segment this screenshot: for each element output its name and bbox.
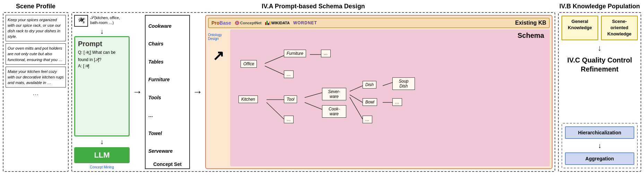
iv-b-title: IV.B Knowledge Population xyxy=(558,3,641,10)
ws-box: 𝒲s xyxy=(74,15,88,27)
concept-item-dots: … xyxy=(148,112,186,118)
svg-line-4 xyxy=(265,66,284,75)
schema-panel: ProBase ConceptNet W xyxy=(205,15,552,169)
svg-line-8 xyxy=(305,102,322,109)
schema-title: Schema xyxy=(517,32,544,40)
svg-line-3 xyxy=(265,56,284,64)
schema-node-furniture-dots: … xyxy=(321,50,331,57)
scene-text-1: Keep your spices organized with our spic… xyxy=(6,15,66,41)
prompt-text: Q: [𝒲s] What can be found in [𝒮]? A: [𝒲] xyxy=(78,49,126,69)
big-arrow-schema: ↗ xyxy=(212,48,224,64)
scene-desc: 𝒮 (kitchen, office, bath-room …) xyxy=(90,15,130,25)
kb-logos: ProBase ConceptNet W xyxy=(211,20,512,26)
arrow-to-llm: ↓ xyxy=(74,138,130,146)
prompt-title: Prompt xyxy=(78,40,126,48)
qc-boxes: Hierarchicalization ↓ Aggregation xyxy=(562,123,638,168)
svg-line-6 xyxy=(267,102,284,119)
concept-item-tools: Tools xyxy=(148,94,186,101)
schema-node-dish: Dish xyxy=(363,81,376,89)
conceptnet-icon xyxy=(235,20,240,25)
probase-logo: ProBase xyxy=(211,20,231,26)
concept-mining-label: Concept Mining xyxy=(74,165,130,169)
schema-node-kitchen-dots: … xyxy=(284,116,294,123)
svg-line-11 xyxy=(350,97,363,119)
schema-node-tool: Tool xyxy=(284,95,297,103)
concept-item-chairs: Chairs xyxy=(148,41,186,47)
schema-lines-svg xyxy=(230,30,550,166)
prompt-to-concept-arrow: → xyxy=(132,15,143,169)
concept-item-tables: Tables xyxy=(148,59,186,65)
scene-dots: … xyxy=(6,90,66,97)
qc-arrow: ↓ xyxy=(565,142,634,150)
scene-text-3: Make your kitchen feel cozy with our dec… xyxy=(6,67,66,87)
schema-node-sever-ware: Sever-ware xyxy=(322,88,346,100)
concept-to-schema-arrow: → xyxy=(192,15,203,169)
aggregation-box: Aggregation xyxy=(565,152,634,165)
iv-b-section: IV.B Knowledge Population General Knowle… xyxy=(558,3,641,181)
existing-kb-title: Existing KB xyxy=(515,20,546,26)
concept-item-serveware: Serveware xyxy=(148,148,186,154)
scene-profile-section: Scene Profile Keep your spices organized… xyxy=(3,3,69,181)
schema-main-area: Ontology Design ↗ Schema xyxy=(208,30,550,166)
hierarchicalization-box: Hierarchicalization xyxy=(565,126,634,139)
ontology-label: Ontology Design xyxy=(208,33,229,41)
schema-node-furniture: Furniture xyxy=(284,50,306,57)
schema-node-kitchen: Kitchen xyxy=(238,95,258,103)
schema-node-bowl: Bowl xyxy=(363,98,377,106)
svg-line-7 xyxy=(305,93,322,98)
general-knowledge-box: General Knowledge xyxy=(562,16,598,40)
qc-title: IV.C Quality Control Refinement xyxy=(562,56,638,74)
wordnet-label: WORDNET xyxy=(293,20,317,25)
schema-node-office-dots: … xyxy=(284,70,294,78)
schema-node-sever-dots: … xyxy=(363,116,372,123)
concept-item-furniture: Furniture xyxy=(148,76,186,83)
wikidata-label: WIKIDATA xyxy=(265,21,290,25)
arrow-to-qc: ↓ xyxy=(562,43,638,53)
ws-label: 𝒲s xyxy=(78,17,85,23)
scene-profile-box: Keep your spices organized with our spic… xyxy=(3,12,69,172)
main-container: Scene Profile Keep your spices organized… xyxy=(0,0,644,184)
knowledge-inner: General Knowledge Scene-oriented Knowled… xyxy=(558,12,641,172)
knowledge-top-row: General Knowledge Scene-oriented Knowled… xyxy=(562,16,638,40)
conceptnet-logo: ConceptNet xyxy=(235,20,262,25)
schema-graph-area: Schema xyxy=(230,30,550,166)
concept-set-title: Concept Set xyxy=(148,161,186,167)
svg-line-9 xyxy=(350,86,363,91)
qc-spacer xyxy=(562,76,638,120)
iv-a-section: IV.A Prompt-based Schema Design 𝒲s 𝒮 (ki… xyxy=(71,3,555,181)
schema-node-cook-ware: Cook-ware xyxy=(322,105,346,118)
scene-profile-title: Scene Profile xyxy=(3,3,69,10)
concept-set-panel: Cookware Chairs Tables Furniture Tools …… xyxy=(145,15,190,169)
schema-node-soup-dish: Soup Dish xyxy=(392,77,415,90)
existing-kb-bar: ProBase ConceptNet W xyxy=(208,18,550,28)
llm-box: LLM xyxy=(74,147,130,163)
prompt-box: Prompt Q: [𝒲s] What can be found in [𝒮]?… xyxy=(74,36,130,136)
concept-set-items: Cookware Chairs Tables Furniture Tools …… xyxy=(148,17,186,160)
concept-item-towel: Towel xyxy=(148,130,186,136)
svg-line-10 xyxy=(350,95,363,102)
schema-node-office: Office xyxy=(241,60,257,68)
prompt-panel: 𝒲s 𝒮 (kitchen, office, bath-room …) ↓ Pr… xyxy=(74,15,130,169)
concept-item-cookware: Cookware xyxy=(148,23,186,29)
arrow-to-prompt: ↓ xyxy=(74,27,130,35)
scene-text-2: Our oven mitts and pot holders are not o… xyxy=(6,43,66,64)
svg-line-12 xyxy=(383,82,393,86)
wikidata-bars-icon xyxy=(265,21,270,25)
ontology-area: Ontology Design ↗ xyxy=(208,30,229,166)
iv-a-inner: 𝒲s 𝒮 (kitchen, office, bath-room …) ↓ Pr… xyxy=(71,12,555,172)
iv-a-title: IV.A Prompt-based Schema Design xyxy=(71,3,555,10)
scene-oriented-box: Scene-oriented Knowledge xyxy=(601,16,638,40)
schema-node-bowl-dots: … xyxy=(392,98,402,106)
